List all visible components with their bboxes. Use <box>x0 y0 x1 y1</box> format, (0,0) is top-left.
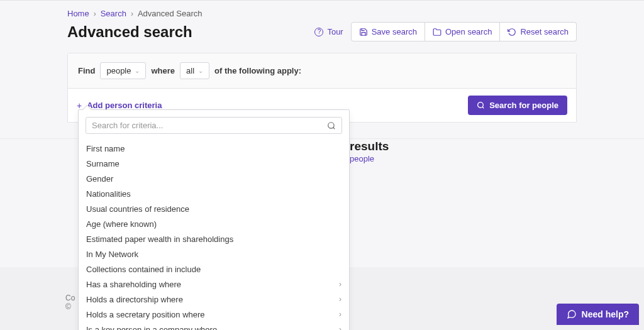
chevron-right-icon: › <box>339 325 341 330</box>
criteria-option-label: Usual countries of residence <box>86 204 189 214</box>
chevron-down-icon: ⌄ <box>135 67 140 74</box>
criteria-option[interactable]: Gender <box>79 171 349 186</box>
svg-line-3 <box>333 127 335 129</box>
footer-text: Co © <box>65 294 75 311</box>
tour-label: Tour <box>327 27 343 36</box>
chevron-right-icon: › <box>94 9 96 18</box>
chevron-right-icon: › <box>131 9 133 18</box>
breadcrumb-search[interactable]: Search <box>101 9 126 18</box>
match-select[interactable]: all ⌄ <box>180 62 209 79</box>
breadcrumb-current: Advanced Search <box>138 9 203 18</box>
criteria-option-label: Holds a directorship where <box>86 295 183 304</box>
criteria-option-label: Nationalities <box>86 189 131 199</box>
chevron-right-icon: › <box>339 295 341 304</box>
chevron-right-icon: › <box>339 310 341 319</box>
find-label: Find <box>78 66 95 75</box>
reset-search-label: Reset search <box>520 27 569 36</box>
search-button[interactable]: Search for people <box>468 96 567 115</box>
criteria-option[interactable]: First name <box>79 141 349 156</box>
help-button[interactable]: Need help? <box>557 304 639 325</box>
search-icon <box>327 121 336 130</box>
criteria-option-label: Collections contained in include <box>86 265 201 274</box>
search-button-label: Search for people <box>489 101 558 110</box>
breadcrumb: Home › Search › Advanced Search <box>67 9 577 18</box>
page-title: Advanced search <box>67 23 192 41</box>
footer-line1: Co <box>65 294 75 302</box>
add-criteria-label: Add person criteria <box>87 101 162 110</box>
save-icon <box>359 28 368 36</box>
entity-value: people <box>106 66 131 75</box>
criteria-option[interactable]: Has a shareholding where› <box>79 277 349 292</box>
criteria-option-label: Has a shareholding where <box>86 280 181 289</box>
criteria-option-label: Age (where known) <box>86 219 157 229</box>
criteria-option[interactable]: Usual countries of residence <box>79 201 349 216</box>
match-value: all <box>186 66 194 75</box>
criteria-option-label: Estimated paper wealth in shareholdings <box>86 234 233 244</box>
criteria-option-label: Gender <box>86 174 113 184</box>
folder-icon <box>433 28 441 36</box>
chevron-down-icon: ⌄ <box>198 67 203 74</box>
question-icon: ? <box>314 28 323 36</box>
criteria-option-label: First name <box>86 144 125 153</box>
where-label: where <box>151 66 175 75</box>
svg-point-0 <box>478 102 484 108</box>
open-search-button[interactable]: Open search <box>425 22 500 41</box>
undo-icon <box>508 28 516 36</box>
criteria-option[interactable]: Is a key person in a company where› <box>79 322 349 330</box>
criteria-option-label: In My Network <box>86 250 138 259</box>
criteria-option-label: Holds a secretary position where <box>86 310 205 319</box>
criteria-option[interactable]: Holds a secretary position where› <box>79 307 349 322</box>
apply-label: of the following apply: <box>214 66 301 75</box>
criteria-option[interactable]: Holds a directorship where› <box>79 292 349 307</box>
tour-button[interactable]: ? Tour <box>314 27 343 36</box>
criteria-option[interactable]: Surname <box>79 156 349 171</box>
criteria-option[interactable]: Nationalities <box>79 186 349 201</box>
criteria-option[interactable]: Age (where known) <box>79 216 349 231</box>
criteria-option-label: Is a key person in a company where <box>86 325 217 331</box>
reset-search-button[interactable]: Reset search <box>500 22 577 41</box>
criteria-option-label: Surname <box>86 159 119 168</box>
criteria-option[interactable]: Collections contained in include <box>79 261 349 277</box>
search-icon <box>477 101 485 109</box>
breadcrumb-home[interactable]: Home <box>67 9 89 18</box>
criteria-dropdown: First nameSurnameGenderNationalitiesUsua… <box>78 109 350 330</box>
chevron-right-icon: › <box>339 280 341 289</box>
open-search-label: Open search <box>445 27 492 36</box>
criteria-search-input-wrap[interactable] <box>86 117 342 134</box>
criteria-search-input[interactable] <box>92 121 327 130</box>
criteria-option[interactable]: Estimated paper wealth in shareholdings <box>79 231 349 246</box>
results-heading: results <box>350 140 389 153</box>
save-search-label: Save search <box>372 27 417 36</box>
svg-line-1 <box>482 107 484 108</box>
chat-icon <box>567 309 577 319</box>
results-subtext: people <box>350 154 374 163</box>
criteria-option[interactable]: In My Network <box>79 246 349 261</box>
save-search-button[interactable]: Save search <box>351 22 425 41</box>
footer-line2: © <box>65 302 75 311</box>
criteria-list: First nameSurnameGenderNationalitiesUsua… <box>79 141 349 330</box>
svg-point-2 <box>328 122 334 128</box>
entity-select[interactable]: people ⌄ <box>100 62 146 79</box>
help-label: Need help? <box>582 309 629 319</box>
